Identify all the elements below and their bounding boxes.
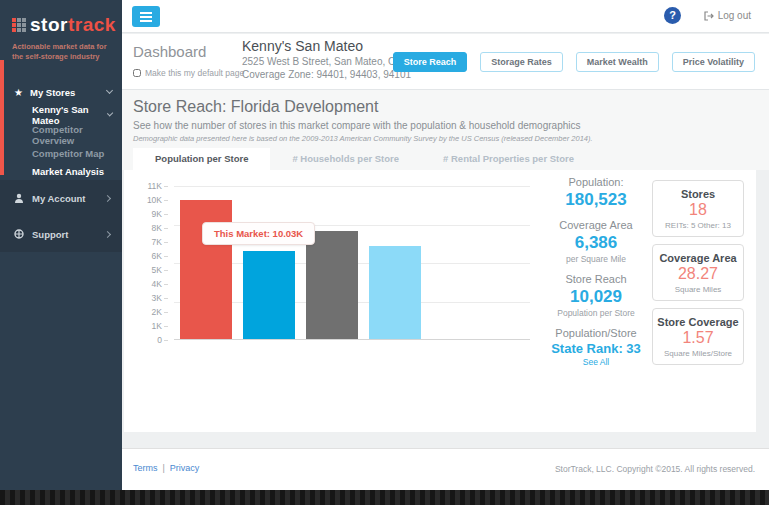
report-buttons: Store Reach Storage Rates Market Wealth … (393, 52, 755, 72)
bar-Bar 2[interactable] (243, 251, 295, 339)
logout-button[interactable]: Log out (704, 10, 751, 21)
logout-label: Log out (718, 10, 751, 21)
summary-cards: Stores 18 REITs: 5 Other: 13 Coverage Ar… (652, 180, 744, 372)
copyright-text: StorTrack, LLC. Copyright ©2015. All rig… (555, 464, 755, 474)
y-tick-label: 10K (130, 195, 168, 205)
footer: Terms | Privacy StorTrack, LLC. Copyrigh… (122, 448, 769, 490)
stat-value: 10,029 (540, 287, 652, 307)
default-page-checkbox[interactable]: Make this my default page (133, 68, 244, 78)
chart-tabs: Population per Store # Households per St… (133, 148, 596, 170)
sidebar-item-my-stores[interactable]: ★ My Stores (0, 80, 122, 104)
terms-link[interactable]: Terms (133, 463, 158, 473)
card-value: 18 (655, 201, 741, 219)
stat-value: 180,523 (540, 190, 652, 210)
chevron-down-icon (106, 87, 113, 94)
report-subtitle: See how the number of stores in this mar… (133, 120, 580, 131)
brand-tagline: Actionable market data for the self-stor… (12, 42, 112, 62)
storage-rates-button[interactable]: Storage Rates (480, 52, 563, 72)
sidebar: stortrack Actionable market data for the… (0, 0, 122, 490)
bar-Bar 3[interactable] (306, 231, 358, 339)
y-tick-label: 4K (130, 279, 168, 289)
y-tick-label: 7K (130, 237, 168, 247)
stat-label: Coverage Area (540, 219, 652, 231)
stat-value: 6,386 (540, 233, 652, 253)
sidebar-item-kennys-san-mateo[interactable]: Kenny's San Mateo (0, 104, 122, 126)
chevron-right-icon (104, 194, 111, 201)
y-tick-label: 3K (130, 293, 168, 303)
sidebar-item-competitor-map[interactable]: Competitor Map (0, 144, 122, 162)
sidebar-account-section: My Account Support (0, 180, 122, 252)
chart-panel: 11K10K9K8K7K6K5K4K3K2K1K0 This Market: 1… (124, 170, 756, 432)
sidebar-item-my-account[interactable]: My Account (0, 180, 122, 216)
y-tick-label: 11K (130, 181, 168, 191)
tab-households-per-store[interactable]: # Households per Store (270, 148, 421, 170)
life-ring-icon (14, 229, 24, 239)
stat-sub: Population per Store (540, 308, 652, 318)
stat-store-reach: Store Reach 10,029 Population per Store (540, 273, 652, 318)
sidebar-item-market-analysis[interactable]: Market Analysis (0, 162, 122, 180)
sidebar-item-competitor-overview[interactable]: Competitor Overview (0, 126, 122, 144)
card-value: 28.27 (655, 265, 741, 283)
bar-This Market[interactable] (180, 200, 232, 340)
y-tick-label: 9K (130, 209, 168, 219)
store-coverage-card: Store Coverage 1.57 Square Miles/Store (652, 308, 744, 365)
stat-population: Population: 180,523 (540, 176, 652, 210)
card-title: Coverage Area (655, 252, 741, 264)
y-axis: 11K10K9K8K7K6K5K4K3K2K1K0 (130, 186, 168, 340)
card-sub: Square Miles (655, 285, 741, 294)
stat-label: Store Reach (540, 273, 652, 285)
chart-tooltip: This Market: 10.03K (202, 222, 315, 245)
page-title: Dashboard (133, 43, 206, 60)
default-page-checkbox-input[interactable] (133, 69, 141, 77)
y-tick-label: 0 (130, 335, 168, 345)
card-title: Stores (655, 188, 741, 200)
sidebar-item-label: Competitor Overview (32, 124, 112, 146)
sidebar-item-label: Kenny's San Mateo (32, 104, 108, 126)
sidebar-item-label: My Stores (30, 87, 75, 98)
stats-column: Population: 180,523 Coverage Area 6,386 … (540, 176, 652, 376)
logout-icon (704, 11, 714, 21)
card-sub: Square Miles/Store (655, 349, 741, 358)
stortrack-logo-icon (12, 18, 26, 32)
stat-label: Population/Store (540, 327, 652, 339)
report-title: Store Reach: Florida Development (133, 98, 378, 116)
card-title: Store Coverage (655, 316, 741, 328)
tab-rental-properties-per-store[interactable]: # Rental Properties per Store (421, 148, 596, 170)
card-sub: REITs: 5 Other: 13 (655, 221, 741, 230)
brand-logo[interactable]: stortrack Actionable market data for the… (0, 0, 122, 70)
help-button[interactable]: ? (664, 7, 681, 24)
see-all-link[interactable]: See All (540, 357, 652, 367)
sidebar-item-label: Support (32, 229, 68, 240)
sidebar-item-support[interactable]: Support (0, 216, 122, 252)
report-title-section: Store Reach: Florida Development See how… (122, 90, 769, 170)
price-volatility-button[interactable]: Price Volatility (672, 52, 755, 72)
stat-coverage-area: Coverage Area 6,386 per Square Mile (540, 219, 652, 264)
sidebar-item-label: Competitor Map (32, 148, 104, 159)
default-page-checkbox-label: Make this my default page (145, 68, 244, 78)
stat-label: Population: (540, 176, 652, 188)
logo-text-track: track (68, 14, 116, 36)
person-icon (14, 193, 24, 203)
footer-links: Terms | Privacy (133, 463, 199, 473)
store-reach-button[interactable]: Store Reach (393, 52, 468, 72)
y-tick-label: 6K (130, 251, 168, 261)
stat-state-rank: Population/Store State Rank: 33 See All (540, 327, 652, 367)
card-value: 1.57 (655, 329, 741, 347)
page-background-stripes (0, 490, 769, 505)
main-content: ? Log out Dashboard Make this my default… (122, 0, 769, 490)
y-tick-label: 8K (130, 223, 168, 233)
bar-Bar 4[interactable] (369, 246, 421, 339)
coverage-area-card: Coverage Area 28.27 Square Miles (652, 244, 744, 301)
bar-plot (174, 186, 530, 340)
chevron-right-icon (104, 230, 111, 237)
tab-population-per-store[interactable]: Population per Store (133, 148, 270, 170)
report-fine-print: Demographic data presented here is based… (133, 134, 593, 143)
y-tick-label: 2K (130, 307, 168, 317)
market-wealth-button[interactable]: Market Wealth (576, 52, 659, 72)
stat-sub: per Square Mile (540, 254, 652, 264)
sidebar-item-label: My Account (32, 193, 85, 204)
sidebar-item-label: Market Analysis (32, 166, 104, 177)
menu-toggle-button[interactable] (132, 6, 160, 27)
privacy-link[interactable]: Privacy (170, 463, 200, 473)
logo-text-stor: stor (30, 14, 68, 36)
